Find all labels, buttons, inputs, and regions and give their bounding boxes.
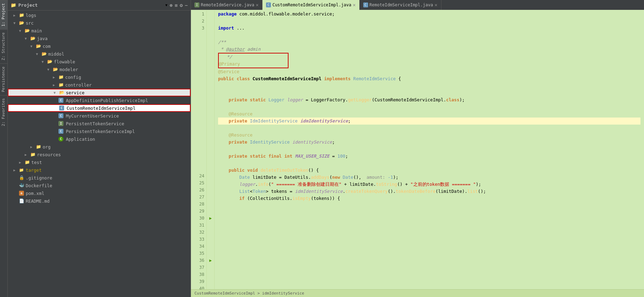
tree-item-org[interactable]: org (8, 143, 191, 151)
sidebar-tab-project[interactable]: 1: Project (0, 0, 7, 29)
arrow-target (13, 168, 18, 172)
code-line-41: private static final int MAX_USER_SIZE =… (218, 153, 640, 160)
breadcrumb-text: CustomRemoteIdmServiceImpl > idmIdentity… (194, 291, 304, 296)
folder-icon-java (30, 36, 36, 41)
code-line-2 (218, 18, 640, 25)
tree-item-src[interactable]: src (8, 19, 191, 27)
tab-remoteidmserviceimpl[interactable]: C RemoteIdmServiceImpl.java × (360, 0, 441, 10)
sidebar-tab-favorites[interactable]: 2: Favorites (0, 95, 7, 129)
tab-customremote[interactable]: C CustomRemoteIdmServiceImpl.java × (262, 0, 359, 10)
minimize-icon[interactable]: − (185, 2, 188, 8)
folder-icon-org (35, 144, 42, 150)
code-line-33: private static Logger logger = LoggerFac… (218, 96, 640, 103)
tree-item-mycurrent[interactable]: C MyCurrentUserService (8, 112, 191, 120)
code-line-39: private IdentityService identityService; (218, 139, 640, 146)
icon-dockerfile: 🐳 (18, 183, 25, 188)
tree-item-appdefinition[interactable]: C AppDefinitionPublishServiceImpl (8, 96, 191, 104)
collapse-icon[interactable]: ≡ (175, 2, 178, 8)
close-tab-remoteidmserviceimpl[interactable]: × (434, 2, 437, 8)
code-line-1: package com.middol.flowable.modeler.serv… (218, 11, 640, 18)
tree-item-service[interactable]: service (8, 89, 191, 96)
arrow-main (19, 29, 24, 33)
code-line-27: */ (219, 53, 288, 61)
tree-item-dockerfile[interactable]: 🐳 Dockerfile (8, 182, 191, 189)
folder-icon: 📁 (11, 2, 16, 8)
icon-application: C (58, 136, 64, 142)
arrow-service (54, 91, 58, 95)
project-panel: 📁 Project ▼ ⊕ ≡ ⚙ − logs src (8, 0, 191, 297)
sidebar-tab-persistence[interactable]: Persistence (0, 63, 7, 95)
tree-item-modeler[interactable]: modeler (8, 65, 191, 73)
tree-item-java[interactable]: java (8, 34, 191, 42)
code-line-40 (218, 146, 640, 153)
icon-gitignore: 🔒 (18, 175, 25, 181)
arrow-middol (36, 52, 41, 56)
folder-icon-controller (58, 82, 64, 88)
tree-item-resources[interactable]: resources (8, 151, 191, 158)
red-box-block: */ @Primary (218, 53, 289, 68)
tree-item-com[interactable]: com (8, 42, 191, 50)
arrow-modeler (47, 68, 52, 71)
tree-item-logs[interactable]: logs (8, 11, 191, 19)
code-line-24 (218, 32, 640, 39)
folder-icon-service (58, 90, 65, 95)
code-content[interactable]: package com.middol.flowable.modeler.serv… (215, 11, 644, 289)
file-tree: logs src main java (8, 11, 191, 297)
tree-item-persistenttoken[interactable]: I PersistentTokenService (8, 120, 191, 127)
code-line-36: private IdmIdentityService idmIdentitySe… (218, 118, 640, 125)
tree-item-controller[interactable]: controller (8, 81, 191, 89)
folder-icon-modeler (52, 67, 58, 72)
code-line-31 (218, 82, 640, 89)
tree-item-customremote[interactable]: C CustomRemoteIdmServiceImpl (8, 104, 191, 112)
tree-item-config[interactable]: config (8, 73, 191, 81)
arrow-controller (53, 83, 58, 87)
sidebar-tab-structure[interactable]: Z: Structure (0, 29, 7, 63)
code-line-32 (218, 89, 640, 96)
icon-persistenttoken: I (58, 121, 64, 126)
folder-icon-middol (41, 51, 47, 57)
code-line-38: @Resource (218, 132, 640, 139)
tree-item-application[interactable]: C Application (8, 135, 191, 143)
code-line-42 (218, 160, 640, 167)
gutter-area: ▶ ▶ (207, 11, 215, 289)
arrow-src (13, 21, 18, 25)
breadcrumb-bar: CustomRemoteIdmServiceImpl > idmIdentity… (191, 289, 644, 297)
icon-mycurrent: C (58, 113, 64, 119)
tree-item-pom[interactable]: m pom.xml (8, 189, 191, 197)
arrow-logs (13, 13, 18, 17)
tree-item-persistenttokenimpl[interactable]: C PersistentTokenServiceImpl (8, 127, 191, 135)
icon-readme: 📄 (18, 198, 25, 204)
left-side-tabs: 1: Project Z: Structure Persistence 2: F… (0, 0, 8, 297)
arrow-flowable (42, 60, 47, 64)
tree-item-flowable[interactable]: flowable (8, 58, 191, 65)
locate-icon[interactable]: ⊕ (169, 2, 172, 8)
arrow-org (30, 145, 35, 149)
arrow-config (53, 75, 58, 79)
tree-item-test[interactable]: test (8, 158, 191, 166)
code-line-3: import ... (218, 25, 640, 32)
close-tab-remoteidmservice[interactable]: × (256, 2, 259, 8)
tree-item-gitignore[interactable]: 🔒 .gitignore (8, 174, 191, 182)
settings-icon[interactable]: ⚙ (180, 2, 182, 8)
code-line-34 (218, 103, 640, 110)
tree-item-middol[interactable]: middol (8, 50, 191, 58)
folder-icon-com (35, 43, 42, 49)
gutter-icon-36: ▶ (207, 257, 214, 264)
code-line-47: if (CollectionUtils.isEmpty(tokens)) { (218, 195, 640, 202)
code-line-37 (218, 125, 640, 132)
code-line-45: logger.info(" ======= 准备删除创建日期在" + limit… (218, 181, 640, 188)
code-scroll-area[interactable]: ▶ ▶ (207, 11, 644, 289)
tree-item-target[interactable]: 📁 target (8, 166, 191, 174)
arrow-resources (25, 153, 30, 157)
tab-remoteidmservice[interactable]: I RemoteIdmService.java × (191, 0, 262, 10)
code-line-30: public class CustomRemoteIdmServiceImpl … (218, 75, 640, 82)
tree-item-readme[interactable]: 📄 README.md (8, 197, 191, 205)
icon-customremote: C (58, 105, 65, 111)
code-line-44: Date limitDate = DateUtils.addDays(new D… (218, 174, 640, 181)
line-numbers: 1 2 3 4 5 6 7 8 9 10 11 12 13 14 15 16 1… (191, 11, 207, 289)
project-header: 📁 Project ▼ ⊕ ≡ ⚙ − (8, 0, 191, 11)
folder-icon-resources (30, 152, 36, 157)
tree-item-main[interactable]: main (8, 27, 191, 34)
editor-area: I RemoteIdmService.java × C CustomRemote… (191, 0, 644, 297)
close-tab-customremote[interactable]: × (353, 2, 355, 8)
